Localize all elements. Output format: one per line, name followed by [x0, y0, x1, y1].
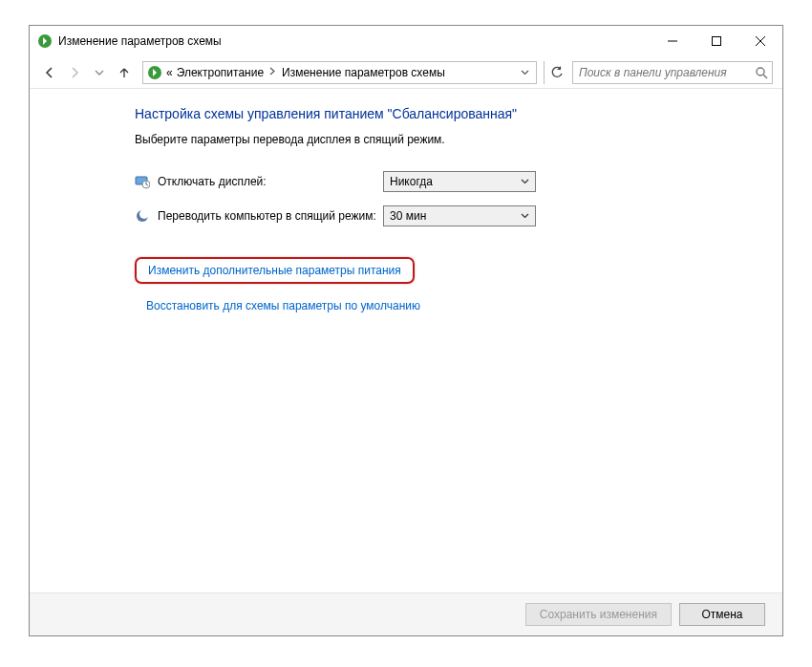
content-area: Настройка схемы управления питанием "Сба… [30, 89, 782, 635]
nav-back-button[interactable] [39, 62, 60, 83]
page-subtitle: Выберите параметры перевода дисплея в сп… [135, 133, 744, 146]
display-timer-icon [135, 174, 150, 189]
setting-row-sleep: Переводить компьютер в спящий режим: 30 … [135, 205, 744, 226]
select-display-timeout[interactable]: Никогда [383, 171, 536, 192]
close-button[interactable] [738, 27, 782, 55]
svg-point-6 [757, 68, 764, 75]
titlebar: Изменение параметров схемы [30, 26, 782, 56]
power-plan-icon [37, 33, 53, 49]
breadcrumb[interactable]: « Электропитание Изменение параметров сх… [142, 61, 537, 84]
search-input[interactable] [577, 65, 755, 80]
address-bar: « Электропитание Изменение параметров сх… [30, 56, 782, 89]
svg-rect-2 [713, 37, 721, 46]
window-controls [651, 27, 782, 55]
window-title: Изменение параметров схемы [58, 34, 222, 48]
chevron-down-icon [521, 175, 529, 188]
titlebar-left: Изменение параметров схемы [37, 33, 222, 49]
power-plan-icon [147, 65, 162, 80]
nav-recent-dropdown[interactable] [89, 62, 110, 83]
save-button: Сохранить изменения [525, 603, 672, 626]
select-display-value: Никогда [390, 175, 433, 188]
footer-bar: Сохранить изменения Отмена [30, 592, 782, 635]
window-frame: Изменение параметров схемы [29, 25, 783, 636]
links-block: Изменить дополнительные параметры питани… [135, 257, 744, 312]
chevron-right-icon [267, 67, 278, 77]
page-title: Настройка схемы управления питанием "Сба… [135, 106, 744, 121]
link-advanced-power-settings[interactable]: Изменить дополнительные параметры питани… [135, 257, 415, 284]
svg-line-7 [763, 75, 767, 78]
chevron-down-icon [521, 209, 529, 223]
search-box[interactable] [572, 61, 773, 84]
setting-label-display: Отключать дисплей: [158, 175, 267, 188]
setting-row-display: Отключать дисплей: Никогда [135, 171, 744, 192]
setting-label-sleep: Переводить компьютер в спящий режим: [158, 209, 376, 223]
breadcrumb-prefix: « [166, 66, 173, 79]
select-sleep-value: 30 мин [390, 209, 426, 223]
refresh-button[interactable] [544, 61, 568, 84]
breadcrumb-item-power[interactable]: Электропитание [177, 66, 264, 79]
search-icon [755, 66, 768, 79]
minimize-button[interactable] [651, 27, 694, 55]
breadcrumb-item-edit-plan[interactable]: Изменение параметров схемы [282, 66, 445, 79]
nav-forward-button[interactable] [64, 62, 85, 83]
select-sleep-timeout[interactable]: 30 мин [383, 205, 536, 226]
svg-point-11 [139, 209, 149, 219]
link-restore-defaults[interactable]: Восстановить для схемы параметры по умол… [146, 299, 744, 312]
sleep-moon-icon [135, 208, 150, 224]
maximize-button[interactable] [694, 27, 738, 55]
cancel-button[interactable]: Отмена [679, 603, 765, 626]
nav-up-button[interactable] [114, 62, 135, 83]
breadcrumb-dropdown[interactable] [518, 66, 532, 79]
